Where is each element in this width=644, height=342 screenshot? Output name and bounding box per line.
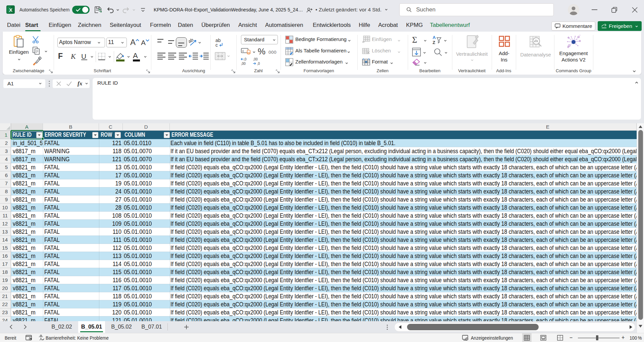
svg-text:X: X <box>9 7 12 13</box>
